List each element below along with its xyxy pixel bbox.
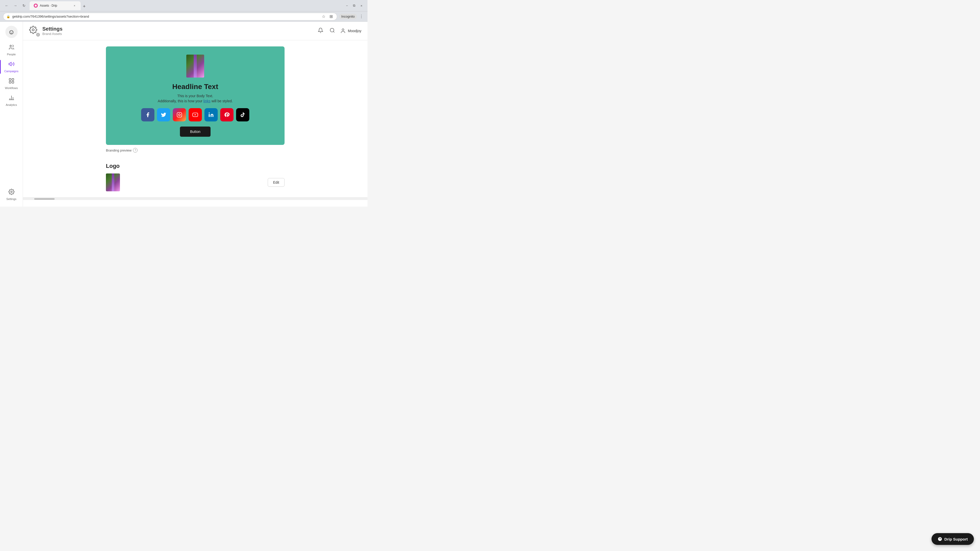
lock-icon: 🔒: [6, 15, 10, 18]
sidebar-item-label: People: [7, 53, 16, 56]
sidebar-item-label: Workflows: [5, 86, 18, 89]
tab-favicon: [34, 3, 38, 8]
tab-close-button[interactable]: ×: [73, 3, 76, 8]
page-header: Settings Brand Assets: [23, 22, 368, 40]
url-text: getdrip.com/7641396/settings/assets?sect…: [12, 14, 319, 18]
app-logo: ☺: [5, 26, 18, 38]
content-area: Headline Text This is your Body Text. Ad…: [23, 40, 368, 197]
refresh-button[interactable]: ↻: [21, 2, 27, 9]
sidebar-item-label: Campaigns: [4, 70, 19, 73]
svg-marker-19: [195, 114, 196, 116]
header-right: Moodjoy: [317, 27, 361, 35]
active-tab[interactable]: Assets · Drip ×: [30, 1, 81, 10]
bookmark-icon[interactable]: ☆: [321, 14, 326, 19]
page-subtitle: Brand Assets: [42, 32, 62, 36]
preview-link: links: [204, 99, 210, 103]
preview-logo-area: [112, 55, 278, 79]
sidebar-item-workflows[interactable]: Workflows: [0, 76, 23, 92]
logo-section-title: Logo: [106, 163, 285, 169]
active-indicator: [0, 60, 1, 74]
svg-point-0: [35, 5, 37, 6]
sidebar-item-label: Settings: [6, 197, 17, 200]
svg-rect-4: [12, 79, 14, 80]
preview-logo-image: [186, 55, 204, 78]
new-tab-button[interactable]: +: [81, 3, 88, 10]
svg-point-21: [209, 113, 210, 114]
facebook-button[interactable]: [141, 108, 154, 121]
sidebar-item-settings[interactable]: Settings: [0, 187, 23, 203]
profile-button[interactable]: Incognito: [339, 14, 357, 19]
svg-point-1: [10, 45, 11, 47]
forward-button[interactable]: →: [12, 2, 19, 9]
svg-point-16: [342, 29, 344, 30]
workflows-icon: [8, 78, 14, 86]
sidebar-item-campaigns[interactable]: Campaigns: [0, 59, 23, 75]
settings-icon: [8, 189, 14, 197]
header-left: Settings Brand Assets: [29, 26, 62, 36]
logo-section: Logo Edit: [106, 163, 285, 191]
browser-menu-button[interactable]: ⋮: [358, 14, 364, 19]
svg-marker-2: [9, 62, 11, 66]
analytics-icon: [8, 95, 14, 102]
browser-chrome: ← → ↻ Assets · Drip × + − ⧉ ×: [0, 0, 368, 11]
twitter-button[interactable]: [157, 108, 170, 121]
url-actions: Incognito ⋮: [339, 14, 364, 19]
logo-icon: ☺: [8, 28, 15, 36]
settings-small-icon: [36, 33, 40, 37]
edit-logo-button[interactable]: Edit: [268, 178, 285, 187]
close-window-button[interactable]: ×: [358, 3, 364, 9]
sidebar-item-people[interactable]: People: [0, 42, 23, 58]
social-icons-row: [112, 108, 278, 121]
preview-card: Headline Text This is your Body Text. Ad…: [106, 46, 285, 145]
settings-icon-wrapper: [29, 26, 39, 36]
svg-point-13: [38, 34, 38, 35]
search-button[interactable]: [328, 27, 336, 35]
scrollbar-thumb[interactable]: [34, 198, 55, 200]
svg-rect-5: [9, 81, 11, 83]
notification-button[interactable]: [317, 27, 325, 35]
preview-links-text: Additionally, this is how your links wil…: [112, 99, 278, 103]
app-layout: ☺ People Campaigns: [0, 22, 368, 206]
preview-headline: Headline Text: [112, 83, 278, 91]
page-title: Settings: [42, 26, 62, 32]
url-bar[interactable]: 🔒 getdrip.com/7641396/settings/assets?se…: [3, 13, 337, 21]
instagram-button[interactable]: [173, 108, 186, 121]
restore-button[interactable]: ⧉: [351, 3, 357, 9]
linkedin-button[interactable]: [204, 108, 218, 121]
main-content: Settings Brand Assets: [23, 22, 368, 206]
svg-rect-20: [209, 114, 210, 117]
sidebar: ☺ People Campaigns: [0, 22, 23, 206]
campaigns-icon: [8, 61, 14, 68]
browser-nav-controls: ← → ↻: [3, 2, 27, 9]
preview-body-text: This is your Body Text.: [112, 94, 278, 98]
extensions-icon[interactable]: ⊞: [328, 14, 334, 19]
svg-rect-6: [12, 81, 14, 83]
back-button[interactable]: ←: [3, 2, 10, 9]
logo-thumbnail: [106, 173, 120, 191]
logo-row: Edit: [106, 173, 285, 191]
username-label: Moodjoy: [348, 29, 361, 33]
user-icon: [340, 28, 346, 34]
user-menu[interactable]: Moodjoy: [340, 28, 361, 34]
window-controls: − ⧉ ×: [344, 3, 364, 9]
svg-point-12: [32, 29, 34, 31]
svg-rect-17: [177, 113, 182, 117]
minimize-button[interactable]: −: [344, 3, 350, 9]
pinterest-button[interactable]: [220, 108, 234, 121]
url-bar-row: 🔒 getdrip.com/7641396/settings/assets?se…: [0, 11, 368, 22]
header-title-group: Settings Brand Assets: [42, 26, 62, 36]
branding-preview-label: Branding preview ?: [106, 148, 285, 152]
help-icon[interactable]: ?: [133, 148, 138, 152]
horizontal-scrollbar[interactable]: [23, 197, 368, 200]
tab-title: Assets · Drip: [40, 4, 70, 7]
svg-point-11: [11, 191, 12, 192]
preview-cta-button[interactable]: Button: [180, 127, 210, 137]
tiktok-button[interactable]: [236, 108, 249, 121]
people-icon: [8, 44, 14, 52]
tab-bar: Assets · Drip × +: [30, 1, 342, 10]
youtube-button[interactable]: [189, 108, 202, 121]
svg-rect-3: [9, 79, 11, 80]
branding-label-text: Branding preview: [106, 148, 131, 152]
sidebar-item-label: Analytics: [6, 103, 17, 106]
sidebar-item-analytics[interactable]: Analytics: [0, 93, 23, 108]
